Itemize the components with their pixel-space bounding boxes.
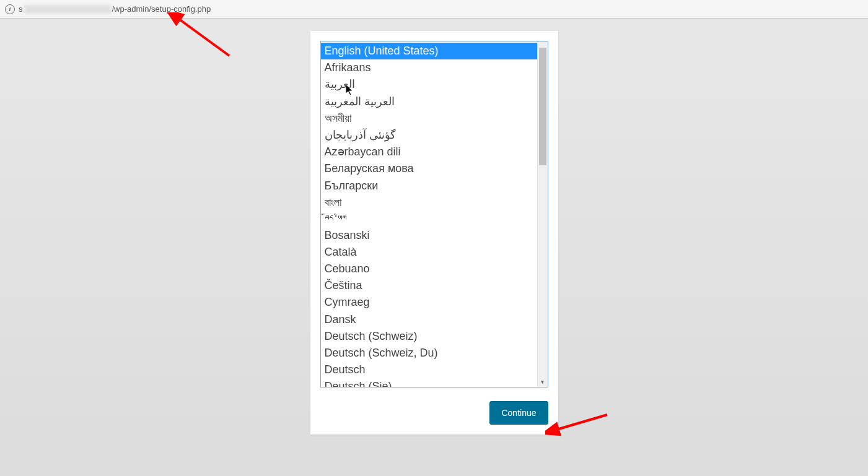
info-icon: i — [5, 4, 15, 14]
continue-button[interactable]: Continue — [489, 401, 548, 425]
language-option[interactable]: العربية المغربية — [321, 93, 537, 110]
language-option[interactable]: Deutsch (Schweiz, Du) — [321, 345, 537, 361]
url-suffix: /wp-admin/setup-config.php — [112, 4, 211, 14]
language-option[interactable]: Català — [321, 244, 537, 261]
language-option[interactable]: العربية — [321, 76, 537, 93]
language-options-list[interactable]: English (United States)Afrikaansالعربيةا… — [321, 41, 537, 387]
language-option[interactable]: English (United States) — [321, 43, 537, 59]
language-option[interactable]: বাংলা — [321, 194, 537, 211]
url-blurred-domain — [24, 5, 111, 14]
scrollbar-thumb[interactable] — [539, 48, 546, 165]
language-option[interactable]: Cebuano — [321, 261, 537, 277]
scrollbar[interactable]: ▾ — [537, 41, 548, 387]
language-option[interactable]: Български — [321, 178, 537, 194]
browser-address-bar[interactable]: i s /wp-admin/setup-config.php — [0, 0, 868, 19]
language-option[interactable]: Deutsch (Sie) — [321, 378, 537, 387]
language-option[interactable]: Dansk — [321, 311, 537, 328]
language-option[interactable]: Deutsch (Schweiz) — [321, 328, 537, 345]
url-prefix: s — [19, 4, 23, 14]
language-option[interactable]: Беларуская мова — [321, 160, 537, 177]
page-content: English (United States)Afrikaansالعربيةا… — [0, 19, 868, 435]
language-option[interactable]: Afrikaans — [321, 59, 537, 76]
language-option[interactable]: Bosanski — [321, 227, 537, 244]
language-option[interactable]: Čeština — [321, 277, 537, 294]
language-option[interactable]: گؤنئی آذربایجان — [321, 127, 537, 144]
language-option[interactable]: བོད་ཡིག — [321, 211, 537, 227]
button-row: Continue — [320, 401, 548, 425]
language-option[interactable]: Azərbaycan dili — [321, 144, 537, 160]
language-option[interactable]: Cymraeg — [321, 294, 537, 311]
language-select[interactable]: English (United States)Afrikaansالعربيةا… — [320, 41, 548, 387]
setup-card: English (United States)Afrikaansالعربيةا… — [310, 31, 558, 435]
language-option[interactable]: অসমীয়া — [321, 110, 537, 127]
scroll-down-icon[interactable]: ▾ — [540, 378, 546, 384]
language-option[interactable]: Deutsch — [321, 361, 537, 378]
